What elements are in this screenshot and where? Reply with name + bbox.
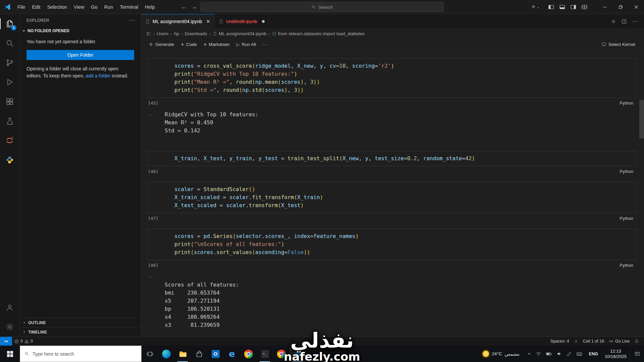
menu-file[interactable]: File bbox=[14, 3, 29, 11]
cell-editor[interactable]: scaler = StandardScaler()X_train_scaled … bbox=[147, 182, 637, 213]
restore-button[interactable] bbox=[612, 0, 628, 14]
output-collapse-button[interactable]: ··· bbox=[147, 111, 165, 119]
accessibility-button[interactable] bbox=[572, 339, 581, 344]
forward-arrow-icon[interactable]: → bbox=[192, 4, 197, 10]
copilot-menu[interactable]: ⌄ bbox=[531, 4, 540, 9]
generate-button[interactable]: Generate bbox=[146, 41, 177, 48]
activity-bar: 1 bbox=[0, 14, 20, 337]
clock[interactable]: 12:13 10/16/2025 bbox=[601, 346, 630, 362]
sidebar-item-run-debug[interactable] bbox=[0, 72, 19, 92]
customize-layout-icon[interactable] bbox=[582, 4, 587, 10]
modified-dot-icon[interactable] bbox=[262, 20, 265, 23]
split-editor-icon[interactable] bbox=[622, 19, 627, 24]
more-actions-icon[interactable]: ··· bbox=[632, 18, 639, 24]
select-kernel-button[interactable]: Select Kernel bbox=[599, 41, 638, 48]
toggle-panel-icon[interactable] bbox=[559, 4, 565, 10]
close-tab-icon[interactable]: ✕ bbox=[206, 18, 210, 24]
taskbar-app-outlook[interactable]: O bbox=[207, 346, 224, 362]
keyboard-icon[interactable] bbox=[576, 351, 582, 357]
sidebar-item-source-control[interactable] bbox=[0, 53, 19, 72]
taskbar-app-edge-legacy[interactable]: e bbox=[224, 346, 240, 362]
add-code-button[interactable]: + Code bbox=[178, 41, 200, 49]
go-live-button[interactable]: Go Live bbox=[606, 339, 632, 344]
notifications-button[interactable] bbox=[632, 339, 641, 344]
tab-ml-assignment04[interactable]: ML assignment04.ipynb ✕ bbox=[141, 14, 215, 28]
notebook-settings-icon[interactable] bbox=[611, 19, 616, 24]
taskbar-app-edge[interactable] bbox=[158, 346, 174, 362]
tab-untitled6[interactable]: Untitled6.ipynb bbox=[215, 14, 269, 28]
remote-indicator[interactable]: >< bbox=[0, 337, 12, 346]
account-button[interactable] bbox=[0, 298, 19, 317]
breadcrumb-item-file[interactable]: ML assignment04.ipynb bbox=[213, 31, 266, 36]
output-collapse-button[interactable]: ··· bbox=[147, 273, 165, 281]
cell-language-picker[interactable]: Python bbox=[620, 216, 633, 221]
editor-scrollbar[interactable] bbox=[639, 50, 644, 337]
timeline-section[interactable]: TIMELINE bbox=[20, 327, 141, 337]
breadcrumb-item[interactable]: Users bbox=[157, 31, 168, 36]
add-markdown-button[interactable]: + Markdown bbox=[201, 41, 232, 49]
toggle-sidebar-right-icon[interactable] bbox=[571, 4, 576, 10]
breadcrumb-item[interactable]: hp bbox=[174, 31, 179, 36]
cell-language-picker[interactable]: Python bbox=[620, 169, 633, 174]
menu-view[interactable]: View bbox=[70, 3, 88, 11]
sidebar-item-testing[interactable] bbox=[0, 111, 19, 131]
breadcrumb-item[interactable]: Downloads bbox=[185, 31, 207, 36]
open-folder-button[interactable]: Open Folder bbox=[26, 50, 134, 60]
taskbar-app-store[interactable] bbox=[191, 346, 207, 362]
chevron-right-icon bbox=[22, 321, 26, 324]
cell-language-picker[interactable]: Python bbox=[620, 263, 633, 268]
command-center-search[interactable]: Search bbox=[200, 2, 444, 12]
add-folder-link[interactable]: add a folder bbox=[86, 73, 110, 78]
sidebar-item-python[interactable] bbox=[0, 150, 19, 170]
wifi-icon[interactable] bbox=[536, 351, 541, 357]
code-line: scaler = StandardScaler() bbox=[174, 185, 632, 193]
taskbar-app-vscode[interactable] bbox=[289, 346, 306, 362]
no-folder-section-header[interactable]: NO FOLDER OPENED bbox=[20, 27, 141, 35]
scrollbar-thumb[interactable] bbox=[639, 100, 644, 138]
menu-help[interactable]: Help bbox=[142, 3, 158, 11]
pen-icon[interactable] bbox=[567, 351, 572, 357]
taskbar-app-file-explorer[interactable] bbox=[174, 346, 191, 362]
back-arrow-icon[interactable]: ← bbox=[181, 4, 187, 10]
battery-icon[interactable] bbox=[546, 351, 552, 357]
chevron-up-icon[interactable] bbox=[527, 352, 531, 356]
minimize-button[interactable] bbox=[597, 0, 612, 14]
close-button[interactable] bbox=[628, 0, 644, 14]
task-view-button[interactable] bbox=[142, 346, 158, 362]
menu-go[interactable]: Go bbox=[88, 3, 101, 11]
cell-editor[interactable]: X_train, X_test, y_train, y_test = train… bbox=[147, 151, 637, 166]
cell-editor[interactable]: scores = cross_val_score(ridge_model, X_… bbox=[147, 58, 637, 98]
toggle-sidebar-left-icon[interactable] bbox=[548, 4, 554, 10]
taskbar-app-browser[interactable] bbox=[273, 346, 289, 362]
cell-indicator[interactable]: Cell 1 of 16 bbox=[581, 339, 606, 344]
menu-run[interactable]: Run bbox=[101, 3, 117, 11]
toolbar-more-actions[interactable]: ··· bbox=[260, 41, 271, 48]
menu-selection[interactable]: Selection bbox=[44, 3, 70, 11]
action-center-button[interactable] bbox=[630, 346, 644, 362]
sidebar-item-search[interactable] bbox=[0, 34, 19, 53]
weather-widget[interactable]: 24°C مشمس bbox=[479, 346, 523, 362]
run-all-button[interactable]: ▷ Run All bbox=[234, 41, 259, 48]
breadcrumb-item-cell[interactable]: from sklearn.datasets import load_diabet… bbox=[272, 31, 365, 36]
taskbar-app-terminal[interactable]: >_ bbox=[257, 346, 273, 362]
sidebar-item-jupyter[interactable] bbox=[0, 131, 19, 150]
indent-indicator[interactable]: Spaces: 4 bbox=[548, 339, 572, 344]
breadcrumb-item[interactable]: C: bbox=[147, 31, 151, 36]
cell-language-picker[interactable]: Python bbox=[620, 101, 633, 106]
problems-indicator[interactable]: 0 0 bbox=[12, 337, 35, 346]
taskbar-app-chrome[interactable] bbox=[240, 346, 257, 362]
language-indicator[interactable]: ENG bbox=[586, 346, 601, 362]
sidebar-item-extensions[interactable] bbox=[0, 92, 19, 111]
symbol-icon bbox=[272, 32, 276, 36]
taskbar-search[interactable]: Type here to search bbox=[20, 346, 142, 362]
sidebar-more-actions[interactable]: ··· bbox=[129, 17, 136, 23]
volume-icon[interactable] bbox=[556, 351, 562, 357]
menu-terminal[interactable]: Terminal bbox=[116, 3, 142, 11]
menu-edit[interactable]: Edit bbox=[29, 3, 44, 11]
start-button[interactable] bbox=[0, 346, 20, 362]
settings-button[interactable] bbox=[0, 317, 19, 337]
outline-section[interactable]: OUTLINE bbox=[20, 318, 141, 327]
notebook-file-icon bbox=[219, 19, 223, 24]
sidebar-item-explorer[interactable]: 1 bbox=[0, 14, 19, 34]
cell-editor[interactable]: scores = pd.Series(selector.scores_, ind… bbox=[147, 229, 637, 260]
